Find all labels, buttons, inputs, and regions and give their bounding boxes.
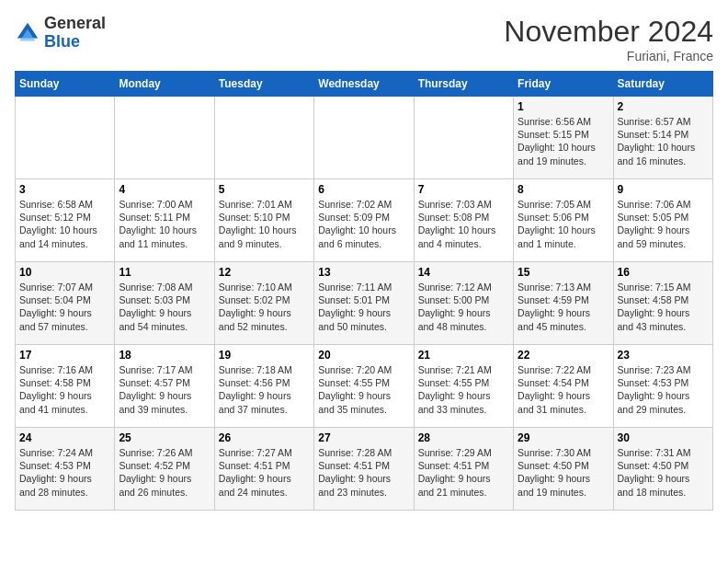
day-info: Sunrise: 7:00 AM Sunset: 5:11 PM Dayligh…	[119, 198, 210, 250]
day-info: Sunrise: 7:29 AM Sunset: 4:51 PM Dayligh…	[418, 446, 509, 499]
day-info: Sunrise: 7:15 AM Sunset: 4:58 PM Dayligh…	[618, 281, 709, 333]
calendar-cell: 25Sunrise: 7:26 AM Sunset: 4:52 PM Dayli…	[115, 428, 214, 511]
day-number: 3	[19, 183, 110, 196]
location: Furiani, France	[504, 49, 713, 63]
day-number: 22	[518, 349, 609, 362]
day-number: 9	[618, 183, 709, 196]
calendar-cell: 1Sunrise: 6:56 AM Sunset: 5:15 PM Daylig…	[514, 97, 613, 179]
day-info: Sunrise: 7:13 AM Sunset: 4:59 PM Dayligh…	[518, 281, 609, 333]
calendar-cell	[16, 97, 115, 179]
calendar-cell: 20Sunrise: 7:20 AM Sunset: 4:55 PM Dayli…	[314, 345, 414, 428]
weekday-header: Thursday	[414, 72, 513, 97]
calendar-cell: 18Sunrise: 7:17 AM Sunset: 4:57 PM Dayli…	[115, 345, 214, 428]
day-number: 20	[318, 349, 409, 362]
day-number: 8	[518, 183, 609, 196]
calendar-cell: 15Sunrise: 7:13 AM Sunset: 4:59 PM Dayli…	[514, 262, 613, 345]
weekday-header: Wednesday	[314, 72, 414, 97]
day-number: 2	[618, 100, 709, 113]
calendar-cell: 28Sunrise: 7:29 AM Sunset: 4:51 PM Dayli…	[414, 428, 513, 511]
logo-text: General Blue	[44, 15, 106, 52]
month-title: November 2024	[504, 15, 713, 49]
day-info: Sunrise: 7:21 AM Sunset: 4:55 PM Dayligh…	[418, 363, 509, 416]
day-info: Sunrise: 7:01 AM Sunset: 5:10 PM Dayligh…	[219, 198, 310, 250]
day-number: 5	[219, 183, 310, 196]
calendar-cell: 30Sunrise: 7:31 AM Sunset: 4:50 PM Dayli…	[613, 428, 712, 511]
day-info: Sunrise: 7:08 AM Sunset: 5:03 PM Dayligh…	[119, 281, 210, 333]
page-header: General Blue November 2024 Furiani, Fran…	[15, 15, 713, 63]
day-number: 6	[318, 183, 409, 196]
day-number: 19	[219, 349, 310, 362]
calendar-cell: 4Sunrise: 7:00 AM Sunset: 5:11 PM Daylig…	[115, 179, 214, 262]
day-info: Sunrise: 7:16 AM Sunset: 4:58 PM Dayligh…	[19, 363, 110, 416]
day-number: 29	[518, 431, 609, 444]
title-block: November 2024 Furiani, France	[504, 15, 713, 63]
day-number: 21	[418, 349, 509, 362]
calendar-cell	[414, 97, 513, 179]
calendar-cell: 12Sunrise: 7:10 AM Sunset: 5:02 PM Dayli…	[214, 262, 313, 345]
calendar-cell: 8Sunrise: 7:05 AM Sunset: 5:06 PM Daylig…	[514, 179, 613, 262]
calendar-cell: 10Sunrise: 7:07 AM Sunset: 5:04 PM Dayli…	[16, 262, 115, 345]
day-info: Sunrise: 7:12 AM Sunset: 5:00 PM Dayligh…	[418, 281, 509, 333]
calendar-header: SundayMondayTuesdayWednesdayThursdayFrid…	[16, 72, 713, 97]
calendar-cell: 26Sunrise: 7:27 AM Sunset: 4:51 PM Dayli…	[214, 428, 313, 511]
calendar-cell: 24Sunrise: 7:24 AM Sunset: 4:53 PM Dayli…	[16, 428, 115, 511]
day-number: 10	[19, 266, 110, 279]
weekday-header: Sunday	[16, 72, 115, 97]
day-number: 4	[119, 183, 210, 196]
calendar-cell: 21Sunrise: 7:21 AM Sunset: 4:55 PM Dayli…	[414, 345, 513, 428]
day-info: Sunrise: 7:28 AM Sunset: 4:51 PM Dayligh…	[318, 446, 409, 499]
day-info: Sunrise: 6:56 AM Sunset: 5:15 PM Dayligh…	[518, 115, 609, 167]
day-number: 7	[418, 183, 509, 196]
calendar: SundayMondayTuesdayWednesdayThursdayFrid…	[15, 71, 713, 511]
day-info: Sunrise: 7:02 AM Sunset: 5:09 PM Dayligh…	[318, 198, 409, 250]
day-number: 15	[518, 266, 609, 279]
weekday-header: Monday	[115, 72, 214, 97]
calendar-cell: 9Sunrise: 7:06 AM Sunset: 5:05 PM Daylig…	[613, 179, 712, 262]
calendar-cell: 3Sunrise: 6:58 AM Sunset: 5:12 PM Daylig…	[16, 179, 115, 262]
day-number: 26	[219, 431, 310, 444]
day-info: Sunrise: 7:20 AM Sunset: 4:55 PM Dayligh…	[318, 363, 409, 416]
day-info: Sunrise: 7:22 AM Sunset: 4:54 PM Dayligh…	[518, 363, 609, 416]
calendar-cell: 13Sunrise: 7:11 AM Sunset: 5:01 PM Dayli…	[314, 262, 414, 345]
weekday-header: Saturday	[613, 72, 712, 97]
day-info: Sunrise: 7:17 AM Sunset: 4:57 PM Dayligh…	[119, 363, 210, 416]
logo: General Blue	[15, 15, 106, 52]
calendar-cell	[115, 97, 214, 179]
day-info: Sunrise: 7:31 AM Sunset: 4:50 PM Dayligh…	[618, 446, 709, 499]
day-number: 28	[418, 431, 509, 444]
day-number: 13	[318, 266, 409, 279]
day-info: Sunrise: 7:30 AM Sunset: 4:50 PM Dayligh…	[518, 446, 609, 499]
calendar-cell: 19Sunrise: 7:18 AM Sunset: 4:56 PM Dayli…	[214, 345, 313, 428]
day-info: Sunrise: 6:58 AM Sunset: 5:12 PM Dayligh…	[19, 198, 110, 250]
day-info: Sunrise: 7:07 AM Sunset: 5:04 PM Dayligh…	[19, 281, 110, 333]
day-number: 16	[618, 266, 709, 279]
day-number: 11	[119, 266, 210, 279]
calendar-cell: 23Sunrise: 7:23 AM Sunset: 4:53 PM Dayli…	[613, 345, 712, 428]
day-info: Sunrise: 7:23 AM Sunset: 4:53 PM Dayligh…	[618, 363, 709, 416]
calendar-cell: 5Sunrise: 7:01 AM Sunset: 5:10 PM Daylig…	[214, 179, 313, 262]
calendar-cell: 29Sunrise: 7:30 AM Sunset: 4:50 PM Dayli…	[514, 428, 613, 511]
day-info: Sunrise: 7:24 AM Sunset: 4:53 PM Dayligh…	[19, 446, 110, 499]
calendar-cell	[214, 97, 313, 179]
day-info: Sunrise: 7:03 AM Sunset: 5:08 PM Dayligh…	[418, 198, 509, 250]
day-number: 18	[119, 349, 210, 362]
day-info: Sunrise: 7:10 AM Sunset: 5:02 PM Dayligh…	[219, 281, 310, 333]
weekday-header: Tuesday	[214, 72, 313, 97]
calendar-cell: 16Sunrise: 7:15 AM Sunset: 4:58 PM Dayli…	[613, 262, 712, 345]
calendar-cell: 2Sunrise: 6:57 AM Sunset: 5:14 PM Daylig…	[613, 97, 712, 179]
day-number: 23	[618, 349, 709, 362]
calendar-cell: 17Sunrise: 7:16 AM Sunset: 4:58 PM Dayli…	[16, 345, 115, 428]
day-info: Sunrise: 7:27 AM Sunset: 4:51 PM Dayligh…	[219, 446, 310, 499]
calendar-cell: 14Sunrise: 7:12 AM Sunset: 5:00 PM Dayli…	[414, 262, 513, 345]
day-info: Sunrise: 7:06 AM Sunset: 5:05 PM Dayligh…	[618, 198, 709, 250]
calendar-cell: 7Sunrise: 7:03 AM Sunset: 5:08 PM Daylig…	[414, 179, 513, 262]
day-info: Sunrise: 7:11 AM Sunset: 5:01 PM Dayligh…	[318, 281, 409, 333]
calendar-cell: 27Sunrise: 7:28 AM Sunset: 4:51 PM Dayli…	[314, 428, 414, 511]
day-number: 14	[418, 266, 509, 279]
day-info: Sunrise: 6:57 AM Sunset: 5:14 PM Dayligh…	[618, 115, 709, 167]
logo-icon	[15, 20, 40, 46]
weekday-header: Friday	[514, 72, 613, 97]
calendar-cell: 22Sunrise: 7:22 AM Sunset: 4:54 PM Dayli…	[514, 345, 613, 428]
day-number: 25	[119, 431, 210, 444]
day-number: 12	[219, 266, 310, 279]
